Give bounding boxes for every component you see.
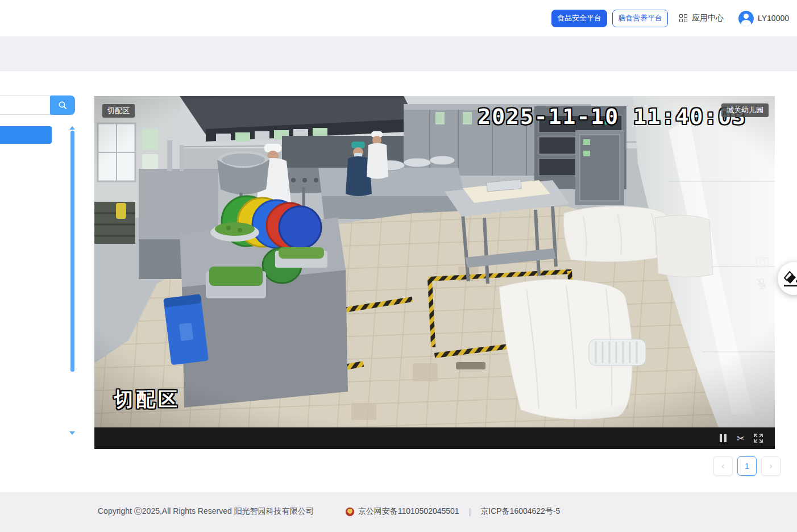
camera-search-input[interactable] xyxy=(0,95,50,115)
paint-bucket-icon xyxy=(782,270,797,287)
footer-divider: | xyxy=(469,507,471,516)
pagination: ‹ 1 › xyxy=(713,456,781,476)
video-screen[interactable]: 2025-11-10 11:40:03 切配区 城关幼儿园 切配区 xyxy=(94,96,775,427)
camera-search-panel xyxy=(0,95,75,115)
copyright-text: Copyright Ⓒ2025,All Rights Reserved 阳光智园… xyxy=(98,506,314,517)
site-name-label: 城关幼儿园 xyxy=(721,103,769,117)
police-beian-link[interactable]: 京公网安备11010502045501 xyxy=(346,506,459,517)
pagination-prev-button[interactable]: ‹ xyxy=(713,456,733,476)
police-emblem-icon xyxy=(346,508,354,516)
floating-fill-tool-button[interactable] xyxy=(778,262,797,295)
video-player: 2025-11-10 11:40:03 切配区 城关幼儿园 切配区 xyxy=(94,96,775,449)
app-grid-icon xyxy=(679,14,688,23)
fullscreen-button[interactable] xyxy=(754,434,763,443)
user-avatar-icon xyxy=(738,11,754,26)
cctv-kitchen-scene xyxy=(94,96,775,427)
search-icon xyxy=(58,101,68,110)
secondary-nav-band xyxy=(0,36,797,71)
icp-beian-link[interactable]: 京ICP备16004622号-5 xyxy=(480,506,560,517)
platform-tab-food-safety[interactable]: 食品安全平台 xyxy=(551,10,607,27)
osd-watermark: 切配区 xyxy=(114,386,180,413)
scrollbar-down-arrow[interactable] xyxy=(69,431,75,435)
page: 食品安全平台 膳食营养平台 应用中心 LY10000 xyxy=(0,0,797,532)
video-control-bar: ✂ xyxy=(94,427,775,449)
camera-area-label: 切配区 xyxy=(102,104,135,118)
pagination-page-1[interactable]: 1 xyxy=(737,456,757,476)
header: 食品安全平台 膳食营养平台 应用中心 LY10000 xyxy=(0,0,797,36)
scrollbar-up-arrow[interactable] xyxy=(69,126,75,130)
pause-button[interactable] xyxy=(719,434,728,442)
clip-scissors-button[interactable]: ✂ xyxy=(737,434,745,443)
platform-tab-nutrition[interactable]: 膳食营养平台 xyxy=(612,10,668,27)
police-beian-text: 京公网安备11010502045501 xyxy=(358,506,459,517)
osd-timestamp: 2025-11-10 11:40:03 xyxy=(478,104,746,129)
user-menu[interactable]: LY10000 xyxy=(738,11,789,26)
sidebar-selected-camera-item[interactable] xyxy=(0,126,52,144)
username: LY10000 xyxy=(758,14,789,23)
mic-muted-icon[interactable] xyxy=(756,277,768,292)
app-center-label: 应用中心 xyxy=(692,13,724,23)
sidebar-scrollbar-thumb[interactable] xyxy=(70,131,74,372)
footer: Copyright Ⓒ2025,All Rights Reserved 阳光智园… xyxy=(0,492,797,532)
camera-search-button[interactable] xyxy=(50,95,75,115)
snapshot-camera-icon[interactable] xyxy=(756,255,769,271)
app-center-button[interactable]: 应用中心 xyxy=(679,13,724,23)
pagination-next-button[interactable]: › xyxy=(761,456,781,476)
